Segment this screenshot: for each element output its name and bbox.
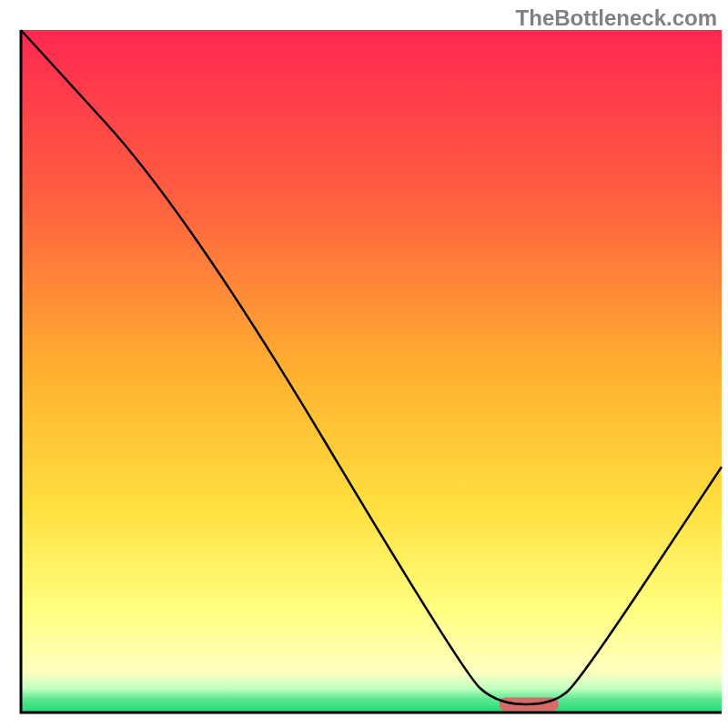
watermark-text: TheBottleneck.com [516, 5, 717, 31]
chart-svg [0, 0, 728, 728]
bottleneck-chart: TheBottleneck.com [0, 0, 728, 728]
gradient-background [21, 30, 722, 713]
